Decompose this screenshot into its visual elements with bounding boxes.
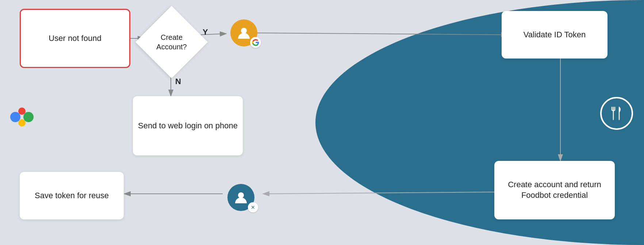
validate-id-box: Validate ID Token bbox=[502, 11, 607, 59]
user-not-found-box: User not found bbox=[20, 9, 130, 68]
fork-knife-circle-icon bbox=[600, 97, 633, 130]
user-not-found-label: User not found bbox=[49, 33, 101, 44]
svg-point-13 bbox=[241, 28, 247, 34]
svg-point-10 bbox=[23, 112, 34, 122]
person-fork-icon: ✕ bbox=[223, 179, 259, 216]
google-assistant-icon bbox=[7, 102, 37, 132]
google-badge bbox=[250, 37, 261, 48]
validate-id-label: Validate ID Token bbox=[524, 30, 586, 40]
create-account-diamond-wrapper: CreateAccount? bbox=[142, 7, 201, 77]
create-account-return-label: Create account and return Foodbot creden… bbox=[494, 180, 615, 200]
yes-label: Y bbox=[203, 27, 208, 37]
svg-point-12 bbox=[18, 119, 26, 127]
web-login-label: Send to web login on phone bbox=[138, 121, 238, 131]
web-login-box: Send to web login on phone bbox=[133, 96, 243, 155]
svg-point-9 bbox=[10, 112, 20, 122]
svg-point-14 bbox=[238, 192, 244, 198]
svg-point-11 bbox=[18, 108, 26, 115]
save-token-box: Save token for reuse bbox=[20, 172, 124, 219]
no-label: N bbox=[175, 77, 181, 86]
create-account-diamond bbox=[135, 6, 208, 78]
person-google-icon bbox=[226, 15, 262, 51]
fork-badge-small: ✕ bbox=[248, 202, 258, 212]
create-account-return-box: Create account and return Foodbot creden… bbox=[494, 161, 615, 219]
save-token-label: Save token for reuse bbox=[35, 191, 109, 201]
